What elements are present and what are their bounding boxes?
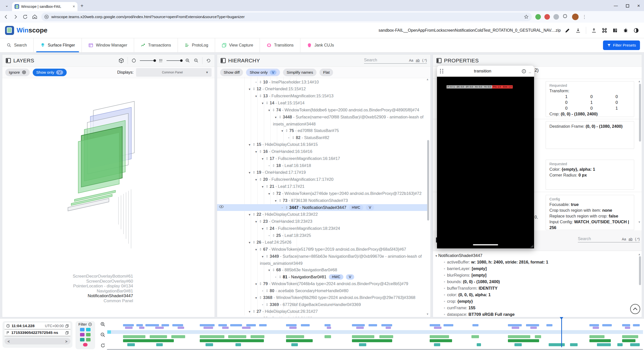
tab-protolog[interactable]: ProtoLog xyxy=(178,38,215,52)
trace-entry-bar[interactable] xyxy=(123,335,146,338)
trace-entry-bar[interactable] xyxy=(352,339,392,342)
trace-entry-bar[interactable] xyxy=(535,335,541,338)
edit-filename-icon[interactable] xyxy=(565,28,570,33)
trace-entry-bar[interactable] xyxy=(325,324,330,326)
ignore-chip[interactable]: Ignore xyxy=(5,69,30,76)
trace-entry-bar[interactable] xyxy=(242,327,251,329)
tree-row[interactable]: ▾12 - OneHanded:15:15#12 xyxy=(217,85,428,93)
tree-row[interactable]: ▾28 - OneHanded:26:31#28 xyxy=(217,315,428,317)
tree-row[interactable]: •3369 - 67726bf EdgeBackGestureHandler0#… xyxy=(217,301,428,308)
minimize-overlay-icon[interactable]: _ xyxy=(529,69,531,73)
trace-entry-bar[interactable] xyxy=(379,335,393,338)
tree-row[interactable]: ▾15 - HideDisplayCutout:16:16#15 xyxy=(217,141,428,148)
transition-overlay-window[interactable]: transition _ P: 0 / 1dX: 0.0dY: 0.0Xv: 0… xyxy=(437,66,534,248)
extension-red-icon[interactable] xyxy=(544,14,550,20)
trace-entry-bar[interactable] xyxy=(325,335,331,338)
match-case-toggle[interactable]: Aa xyxy=(622,237,626,241)
timeline-zoom-out-icon[interactable] xyxy=(100,332,107,338)
trace-entry-bar[interactable] xyxy=(218,324,227,326)
trace-entry-bar[interactable] xyxy=(430,335,449,338)
trace-entry-bar[interactable] xyxy=(139,327,144,329)
tree-row[interactable]: ▾16 - OneHanded:16:16#16 xyxy=(217,148,428,155)
trace-entry-bar[interactable] xyxy=(222,327,229,329)
match-word-toggle[interactable]: ab xyxy=(416,58,420,62)
property-row[interactable]: •blurRegions: [empty] xyxy=(442,272,638,278)
rotation-slider[interactable] xyxy=(140,60,155,61)
displays-select[interactable]: Common Panel▼ xyxy=(136,68,212,77)
documentation-book-icon[interactable] xyxy=(612,28,618,33)
tree-row[interactable]: ▾68 - 885b63e NavigationBar0#68 xyxy=(217,267,428,274)
tab-close-icon[interactable]: × xyxy=(73,4,75,9)
window-manager-filter-icon[interactable] xyxy=(80,333,85,336)
trace-entry-bar[interactable] xyxy=(625,327,630,329)
tree-row[interactable]: ▾23 - OneHanded:18:23#23 xyxy=(217,218,428,225)
flat-chip[interactable]: Flat xyxy=(319,69,333,76)
trace-entry-bar[interactable] xyxy=(369,324,377,326)
property-row[interactable]: •bufferTransform: IDENTITY xyxy=(442,285,638,291)
trace-entry-bar[interactable] xyxy=(145,324,159,326)
extensions-puzzle-icon[interactable] xyxy=(562,14,569,20)
match-case-toggle[interactable]: Aa xyxy=(409,58,413,62)
tree-row[interactable]: •80 - ace6abb SecondaryHomeHandle0#80 xyxy=(217,287,428,294)
trace-entry-bar[interactable] xyxy=(434,327,441,329)
trace-entry-bar[interactable] xyxy=(508,335,531,338)
trace-entry-bar[interactable] xyxy=(472,324,478,326)
browser-menu-kebab-icon[interactable]: ⋮ xyxy=(582,14,587,20)
screen-recording-filter-icon[interactable] xyxy=(80,328,85,331)
close-window-icon[interactable]: × xyxy=(637,3,640,9)
trace-entry-bar[interactable] xyxy=(352,335,375,338)
properties-search-input[interactable]: Search Aa ab (.*) xyxy=(578,236,640,242)
zoom-range-handle[interactable] xyxy=(107,330,111,334)
zoom-range-band[interactable] xyxy=(107,330,643,334)
trace-entry-bar[interactable] xyxy=(430,324,440,326)
trace-entry-bar[interactable] xyxy=(178,327,184,329)
ns-timestamp[interactable]: 1715339054227572545 ns xyxy=(11,330,58,335)
trace-entry-bar[interactable] xyxy=(156,343,163,346)
transitions-filter-icon[interactable] xyxy=(83,343,88,346)
minimize-icon[interactable]: — xyxy=(614,4,618,8)
trace-entry-bar[interactable] xyxy=(593,327,599,329)
trace-entry-bar[interactable] xyxy=(546,324,552,326)
trace-entry-bar[interactable] xyxy=(136,324,143,326)
home-icon[interactable] xyxy=(32,14,38,20)
prev-frame-button[interactable]: < xyxy=(8,339,10,343)
expand-arrow-icon[interactable]: ▾ xyxy=(273,114,278,121)
transactions-filter-icon[interactable] xyxy=(86,333,91,336)
expand-arrow-icon[interactable]: ▾ xyxy=(279,128,285,134)
trace-entry-bar[interactable] xyxy=(633,324,640,326)
hierarchy-search-input[interactable]: Search Aa ab (.*) xyxy=(364,58,427,64)
trace-entry-bar[interactable] xyxy=(570,343,578,346)
forward-icon[interactable] xyxy=(13,14,19,20)
filter-presets-button[interactable]: Filter Presets xyxy=(603,40,640,50)
trace-entry-bar[interactable] xyxy=(549,343,565,346)
tab-window-manager[interactable]: Window Manager xyxy=(82,38,134,52)
3d-view-cube-icon[interactable] xyxy=(118,58,124,63)
download-icon[interactable] xyxy=(575,28,581,33)
collapse-panel-icon[interactable] xyxy=(436,58,441,63)
tree-row[interactable]: ▾26 - Leaf:24:25#26 xyxy=(217,239,428,246)
tree-row[interactable]: ▾17 - FullscreenMagnification:16:16#17 xyxy=(217,155,428,162)
property-row[interactable]: •crop: {empty} xyxy=(442,298,638,304)
collapse-panel-icon[interactable] xyxy=(6,58,11,63)
timeline-track-area[interactable] xyxy=(107,321,643,349)
expand-arrow-icon[interactable]: ▾ xyxy=(253,295,259,301)
trace-entry-bar[interactable] xyxy=(512,327,519,329)
trace-entry-bar[interactable] xyxy=(200,339,264,342)
expand-arrow-icon[interactable]: ▾ xyxy=(247,211,252,218)
tree-row[interactable]: ▾67 - WindowToken{e5176f9 type=2019 andr… xyxy=(217,246,428,253)
trace-entry-bar[interactable] xyxy=(508,339,539,342)
expand-arrow-icon[interactable]: ▾ xyxy=(260,226,265,232)
trace-entry-bar[interactable] xyxy=(386,327,391,329)
trace-entry-bar[interactable] xyxy=(171,335,185,338)
trace-entry-bar[interactable] xyxy=(514,343,522,346)
trace-entry-bar[interactable] xyxy=(235,343,241,346)
tree-row[interactable]: ▾13 - FullscreenMagnification:15:15#13 xyxy=(217,93,428,100)
trace-entry-bar[interactable] xyxy=(530,327,537,329)
tree-row[interactable]: ▾20 - FullscreenMagnification:17:17#20 xyxy=(217,176,428,183)
expand-arrow-icon[interactable]: ▾ xyxy=(247,142,252,148)
expand-arrow-icon[interactable]: ▾ xyxy=(253,177,259,183)
hierarchy-scrollbar[interactable] xyxy=(427,140,429,221)
trace-entry-bar[interactable] xyxy=(291,343,298,346)
expand-arrow-icon[interactable]: ▾ xyxy=(266,267,272,274)
expand-arrow-icon[interactable]: ▾ xyxy=(273,198,278,204)
